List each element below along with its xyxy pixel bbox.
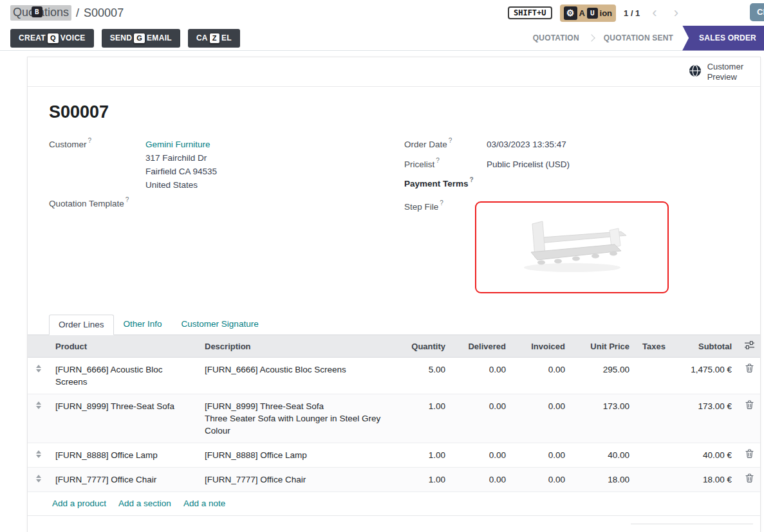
cell-description[interactable]: [FURN_8999] Three-Seat SofaThree Seater … [198, 394, 393, 443]
order-lines-table: ProductDescriptionQuantityDeliveredInvoi… [28, 335, 760, 492]
drag-handle-icon[interactable] [28, 468, 49, 492]
cell-product[interactable]: [FURN_7777] Office Chair [49, 468, 198, 492]
delete-line-button[interactable] [738, 468, 760, 492]
step-file-3d-preview [495, 212, 649, 283]
cell-taxes[interactable] [636, 443, 666, 468]
col-invoiced: Invoiced [512, 335, 572, 358]
cell-description[interactable]: [FURN_8888] Office Lamp [198, 443, 393, 468]
gear-icon: ⚙ [564, 6, 577, 20]
cell-subtotal: 40.00 € [666, 443, 738, 468]
add-note-link[interactable]: Add a note [183, 499, 225, 508]
corner-button[interactable]: Cl [750, 3, 764, 21]
action-label-fragment: ion [600, 8, 613, 18]
cell-delivered[interactable]: 0.00 [452, 468, 512, 492]
cell-subtotal: 1,475.00 € [666, 358, 738, 394]
main-content: Customer Preview S00007 Customer? Gemini… [0, 51, 764, 532]
pricelist-value[interactable]: Public Pricelist (USD) [487, 158, 570, 171]
cell-description[interactable]: [FURN_7777] Office Chair [198, 468, 393, 492]
pager-prev-button[interactable]: ‹ [648, 6, 661, 19]
cell-delivered[interactable]: 0.00 [452, 394, 512, 443]
pager-counter: 1 / 1 [624, 8, 640, 18]
cancel-button[interactable]: CAZEL [188, 29, 240, 48]
cell-taxes[interactable] [636, 394, 666, 443]
tab-order-lines[interactable]: Order Lines [49, 315, 114, 335]
quotation-template-label: Quotation Template? [49, 197, 129, 208]
order-date-value[interactable]: 03/03/2023 13:35:47 [487, 138, 566, 151]
col-quantity: Quantity [393, 335, 452, 358]
status-step-quotation[interactable]: QUOTATION [524, 33, 588, 42]
customer-preview-button[interactable]: Customer Preview [689, 62, 743, 82]
trash-icon [745, 473, 754, 482]
shortcut-hint-badge: Q [47, 33, 59, 44]
cell-product[interactable]: [FURN_8888] Office Lamp [49, 443, 198, 468]
form-sheet: Customer Preview S00007 Customer? Gemini… [27, 57, 761, 532]
order-line-row[interactable]: [FURN_6666] Acoustic Bloc Screens[FURN_6… [28, 358, 760, 394]
send-email-button[interactable]: SEND G EMAIL [102, 29, 180, 48]
breadcrumb-quotations-link[interactable]: Quotations B [10, 5, 71, 21]
cell-product[interactable]: [FURN_8999] Three-Seat Sofa [49, 394, 198, 443]
cell-delivered[interactable]: 0.00 [452, 443, 512, 468]
cell-invoiced[interactable]: 0.00 [512, 468, 572, 492]
action-menu-button[interactable]: ⚙ A U ion [560, 5, 617, 22]
cell-product[interactable]: [FURN_6666] Acoustic Bloc Screens [49, 358, 198, 394]
help-icon: ? [88, 137, 92, 144]
breadcrumb-bar: Quotations B / S00007 SHIFT+U ⚙ A U ion … [0, 0, 764, 26]
help-icon: ? [440, 199, 443, 206]
terms-placeholder[interactable]: Terms and conditions... [52, 524, 142, 532]
optional-columns-button[interactable] [738, 335, 760, 358]
cell-unit-price[interactable]: 18.00 [572, 468, 636, 492]
cell-invoiced[interactable]: 0.00 [512, 358, 572, 394]
pager-next-button[interactable]: › [669, 6, 683, 19]
customer-address-line: United States [145, 178, 217, 192]
customer-address-line: 317 Fairchild Dr [145, 151, 217, 165]
cell-quantity[interactable]: 1.00 [393, 468, 452, 492]
add-section-link[interactable]: Add a section [118, 499, 171, 508]
cell-taxes[interactable] [636, 358, 666, 394]
delete-line-button[interactable] [738, 443, 760, 468]
drag-handle-icon[interactable] [28, 358, 49, 394]
sheet-header: Customer Preview [28, 57, 760, 87]
trash-icon [745, 449, 754, 458]
col-unit-price: Unit Price [572, 335, 636, 358]
cell-description[interactable]: [FURN_6666] Acoustic Bloc Screens [198, 358, 393, 394]
trash-icon [745, 400, 754, 409]
cell-unit-price[interactable]: 295.00 [572, 358, 636, 394]
pricelist-label: Pricelist? [404, 158, 440, 169]
add-product-link[interactable]: Add a product [52, 499, 106, 508]
cell-invoiced[interactable]: 0.00 [512, 394, 572, 443]
cell-subtotal: 18.00 € [666, 468, 738, 492]
delete-line-button[interactable] [738, 394, 760, 443]
cell-quantity[interactable]: 1.00 [393, 394, 452, 443]
cell-unit-price[interactable]: 173.00 [572, 394, 636, 443]
shortcut-hint-badge: SHIFT+U [508, 6, 552, 19]
status-step-quotation-sent[interactable]: QUOTATION SENT [595, 33, 682, 42]
status-bar: QUOTATIONQUOTATION SENTSALES ORDER [524, 26, 764, 51]
order-line-row[interactable]: [FURN_8888] Office Lamp[FURN_8888] Offic… [28, 443, 760, 468]
breadcrumb-record: S00007 [84, 6, 124, 20]
cell-invoiced[interactable]: 0.00 [512, 443, 572, 468]
customer-link[interactable]: Gemini Furniture [145, 138, 217, 151]
cell-taxes[interactable] [636, 468, 666, 492]
shortcut-hint-badge: Z [209, 33, 220, 44]
step-file-label: Step File? [404, 200, 443, 212]
order-lines-head-row: ProductDescriptionQuantityDeliveredInvoi… [28, 335, 760, 358]
cell-delivered[interactable]: 0.00 [452, 358, 512, 394]
cell-quantity[interactable]: 5.00 [393, 358, 452, 394]
order-line-row[interactable]: [FURN_7777] Office Chair[FURN_7777] Offi… [28, 468, 760, 492]
cell-unit-price[interactable]: 40.00 [572, 443, 636, 468]
help-icon: ? [449, 137, 452, 144]
drag-handle-icon[interactable] [28, 394, 49, 443]
tab-customer-signature[interactable]: Customer Signature [172, 314, 268, 335]
help-icon: ? [436, 157, 440, 164]
customer-preview-label: Customer Preview [707, 62, 743, 82]
create-invoice-button[interactable]: CREATQVOICE [10, 29, 94, 48]
tab-other-info[interactable]: Other Info [114, 314, 172, 335]
order-line-row[interactable]: [FURN_8999] Three-Seat Sofa[FURN_8999] T… [28, 394, 760, 443]
step-file-annotation-box [475, 201, 669, 293]
drag-handle-icon[interactable] [28, 443, 49, 468]
sheet-bottom: Terms and conditions... Total: 1,706.00 … [28, 516, 760, 532]
totals-block: Total: 1,706.00 € [631, 524, 753, 532]
delete-line-button[interactable] [738, 358, 760, 394]
cell-quantity[interactable]: 1.00 [393, 443, 452, 468]
status-step-sales-order[interactable]: SALES ORDER [682, 26, 764, 51]
